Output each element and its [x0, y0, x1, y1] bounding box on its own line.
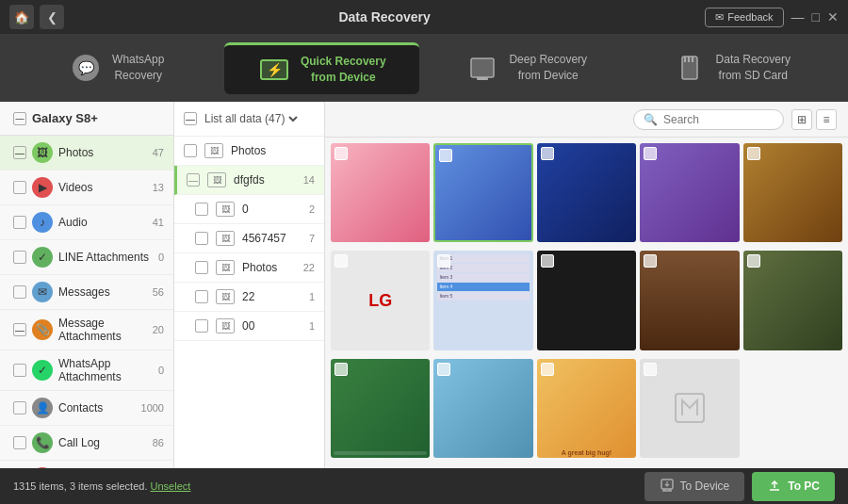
photo-cell[interactable] [331, 143, 430, 242]
nav-whatsapp[interactable]: 💬 WhatsAppRecovery [19, 43, 215, 92]
middle-item-22[interactable]: 🖼 22 1 [174, 283, 324, 312]
grid-view-button[interactable]: ⊞ [791, 109, 812, 130]
sidebar-item-calllog[interactable]: 📞 Call Log 86 [0, 426, 173, 461]
messages-checkbox[interactable] [13, 285, 26, 299]
dfgfds-expand[interactable]: — [187, 173, 200, 187]
list-all-dropdown[interactable]: List all data (47) [201, 111, 301, 126]
photo-checkbox[interactable] [541, 254, 554, 268]
folder-0-checkbox[interactable] [195, 203, 208, 216]
bottom-bar: 1315 items, 3 items selected. Unselect T… [0, 468, 848, 504]
svg-text:⚡: ⚡ [266, 62, 283, 78]
photo-checkbox[interactable] [334, 147, 348, 160]
middle-item-0[interactable]: 🖼 0 2 [174, 195, 324, 224]
photo-cell[interactable] [743, 251, 842, 350]
photo-checkbox[interactable] [437, 254, 450, 268]
middle-item-00[interactable]: 🖼 00 1 [174, 312, 324, 341]
sidebar-item-line[interactable]: ✓ LINE Attachments 0 [0, 240, 173, 275]
sidebar-minus-all[interactable]: — [13, 112, 26, 125]
to-device-button[interactable]: To Device [644, 472, 745, 501]
photos-root-icon: 🖼 [204, 143, 223, 158]
middle-item-photos-sub[interactable]: 🖼 Photos 22 [174, 253, 324, 283]
to-pc-button[interactable]: To PC [752, 472, 835, 501]
sidebar-item-calendar[interactable]: 📅 Calendar 1 [0, 461, 173, 468]
folder-4567-checkbox[interactable] [195, 232, 208, 245]
minimize-button[interactable]: — [791, 9, 805, 24]
photo-cell[interactable] [433, 143, 532, 242]
photo-cell[interactable] [537, 251, 636, 350]
photo-checkbox[interactable] [644, 254, 657, 268]
close-button[interactable]: ✕ [827, 9, 839, 24]
sidebar-item-contacts[interactable]: 👤 Contacts 1000 [0, 391, 173, 426]
sidebar-item-messages[interactable]: ✉ Messages 56 [0, 275, 173, 310]
device-name: Galaxy S8+ [32, 111, 98, 125]
main-content: — Galaxy S8+ — 🖼 Photos 47 ▶ Videos 13 ♪… [0, 102, 848, 468]
photo-cell[interactable] [640, 359, 739, 458]
to-pc-icon [767, 478, 782, 496]
view-toggles: ⊞ ≡ [791, 109, 837, 130]
middle-item-4567457[interactable]: 🖼 4567457 7 [174, 224, 324, 253]
photo-checkbox[interactable] [334, 254, 348, 268]
photo-checkbox[interactable] [541, 363, 554, 376]
feedback-button[interactable]: ✉ Feedback [705, 8, 783, 27]
photo-cell[interactable] [331, 359, 430, 458]
search-input[interactable] [663, 113, 767, 126]
photos-root-checkbox[interactable] [184, 144, 197, 157]
search-box[interactable]: 🔍 [633, 109, 784, 130]
sidebar-item-audio[interactable]: ♪ Audio 41 [0, 205, 173, 240]
line-icon: ✓ [32, 247, 53, 268]
photo-cell[interactable] [640, 143, 739, 242]
line-checkbox[interactable] [13, 251, 26, 264]
photo-cell[interactable]: LG [331, 251, 430, 350]
folder-22-checkbox[interactable] [195, 290, 208, 303]
folder-photos-checkbox[interactable] [195, 261, 208, 274]
photo-cell[interactable]: Item 1 Item 2 Item 3 Item 4 Item 5 [433, 251, 532, 350]
nav-sd-card[interactable]: Data Recoveryfrom SD Card [634, 43, 830, 92]
photo-checkbox[interactable] [644, 147, 657, 160]
photo-cell[interactable] [640, 251, 739, 350]
wa-attach-checkbox[interactable] [13, 364, 26, 377]
audio-checkbox[interactable] [13, 216, 26, 229]
sidebar-item-msg-attach[interactable]: — 📎 MessageAttachments 20 [0, 310, 173, 350]
unselect-link[interactable]: Unselect [151, 480, 191, 492]
svg-text:💬: 💬 [78, 60, 95, 76]
sidebar-header: — Galaxy S8+ [0, 102, 173, 136]
photo-cell[interactable]: A great big hug! [537, 359, 636, 458]
folder-00-checkbox[interactable] [195, 319, 208, 333]
nav-quick-recovery[interactable]: ⚡ Quick Recoveryfrom Device [224, 42, 420, 94]
middle-expand[interactable]: — [184, 112, 197, 125]
deep-recovery-icon [465, 51, 499, 85]
photo-cell[interactable] [743, 143, 842, 242]
photo-checkbox[interactable] [439, 149, 452, 162]
maximize-button[interactable]: □ [812, 9, 820, 24]
photo-cell[interactable] [433, 359, 532, 458]
msg-attach-expand[interactable]: — [13, 323, 26, 336]
list-view-button[interactable]: ≡ [816, 109, 837, 130]
back-button[interactable]: ❮ [40, 5, 64, 29]
svg-rect-10 [684, 57, 686, 62]
photo-grid: LG Item 1 Item 2 Item 3 Item 4 Item 5 [325, 138, 848, 468]
sidebar: — Galaxy S8+ — 🖼 Photos 47 ▶ Videos 13 ♪… [0, 102, 174, 468]
home-button[interactable]: 🏠 [9, 5, 34, 29]
photo-checkbox[interactable] [644, 363, 657, 376]
photo-checkbox[interactable] [747, 254, 760, 268]
photo-cell[interactable] [537, 143, 636, 242]
title-bar-left: 🏠 ❮ [9, 5, 64, 29]
photos-icon: 🖼 [32, 142, 53, 163]
sidebar-item-wa-attach[interactable]: ✓ WhatsAppAttachments 0 [0, 350, 173, 391]
middle-item-dfgfds[interactable]: — 🖼 dfgfds 14 [174, 166, 324, 195]
sidebar-item-photos[interactable]: — 🖼 Photos 47 [0, 136, 173, 171]
nav-deep-label: Deep Recoveryfrom Device [509, 52, 587, 84]
photo-checkbox[interactable] [541, 147, 554, 160]
calllog-checkbox[interactable] [13, 436, 26, 449]
photo-checkbox[interactable] [747, 147, 760, 160]
contacts-checkbox[interactable] [13, 401, 26, 415]
sidebar-item-videos[interactable]: ▶ Videos 13 [0, 171, 173, 205]
photo-checkbox[interactable] [334, 363, 348, 376]
mail-icon: ✉ [715, 11, 724, 24]
videos-checkbox[interactable] [13, 181, 26, 194]
nav-deep-recovery[interactable]: Deep Recoveryfrom Device [429, 43, 625, 92]
middle-item-photos[interactable]: 🖼 Photos [174, 137, 324, 166]
photo-checkbox[interactable] [437, 363, 450, 376]
photos-expand[interactable]: — [13, 146, 26, 159]
quick-recovery-icon: ⚡ [257, 53, 291, 87]
